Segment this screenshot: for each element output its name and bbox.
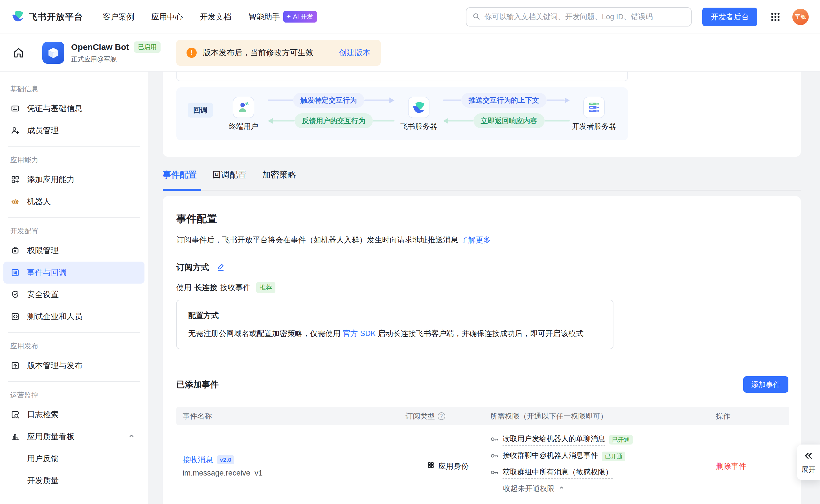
flow-label: 推送交互行为的上下文 <box>461 93 546 108</box>
permission-item: 接收群聊中@机器人消息事件 已开通 <box>490 450 716 462</box>
expand-panel-button[interactable]: 展开 <box>797 445 820 480</box>
events-table: 事件名称 订阅类型 ? 所需权限（开通以下任一权限即可） 操作 接收消息 v2.… <box>176 407 789 504</box>
callback-flow-diagram: 回调 终端用户 触发特定交互行为 <box>176 87 628 140</box>
sidebar-item-quality-dashboard[interactable]: 应用质量看板 <box>0 426 148 448</box>
scrolled-panel-stub <box>176 72 628 81</box>
permissions-cell: 读取用户发给机器人的单聊消息 已开通 接收群聊中@机器人消息事件 已开通 <box>490 425 716 504</box>
arrow-right-icon <box>389 98 394 103</box>
feishu-logo-icon <box>11 10 24 24</box>
tab-callback-config[interactable]: 回调配置 <box>213 169 246 190</box>
permission-granted-badge: 已开通 <box>602 452 625 461</box>
app-grid-icon[interactable] <box>769 11 782 23</box>
sidebar-item-members[interactable]: 成员管理 <box>0 120 148 142</box>
log-search-icon <box>10 410 20 419</box>
global-search[interactable] <box>466 7 692 26</box>
node-label: 开发者服务器 <box>572 121 616 131</box>
recommended-badge: 推荐 <box>256 282 276 293</box>
table-row: 接收消息 v2.0 im.message.receive_v1 <box>176 425 789 504</box>
events-table-header: 事件名称 订阅类型 ? 所需权限（开通以下任一权限即可） 操作 <box>176 407 789 425</box>
node-feishu-server: 飞书服务器 <box>396 97 441 131</box>
nav-item-app-center[interactable]: 应用中心 <box>151 12 183 22</box>
user-avatar[interactable]: 军舰 <box>792 9 809 25</box>
sidebar-item-test-company[interactable]: 测试企业和人员 <box>0 306 148 328</box>
flow-arrows-left: 触发特定交互行为 反馈用户的交互行为 <box>266 93 396 128</box>
event-name-link[interactable]: 接收消息 <box>182 455 213 465</box>
robot-icon <box>10 197 20 206</box>
sidebar-section-basic-info: 基础信息 <box>0 80 148 98</box>
delete-event-link[interactable]: 删除事件 <box>716 461 789 471</box>
col-required-permissions: 所需权限（开通以下任一权限即可） <box>490 411 716 421</box>
sidebar-item-version-release[interactable]: 版本管理与发布 <box>0 355 148 377</box>
bar-chart-icon <box>10 432 20 441</box>
node-label: 飞书服务器 <box>400 121 437 131</box>
nav-item-dev-docs[interactable]: 开发文档 <box>200 12 232 22</box>
chevron-up-icon[interactable] <box>127 432 135 442</box>
sidebar-item-add-capability[interactable]: 添加应用能力 <box>0 169 148 191</box>
node-end-user: 终端用户 <box>221 97 266 131</box>
event-code: im.message.receive_v1 <box>182 469 405 478</box>
callback-badge: 回调 <box>187 103 213 118</box>
arrow-right-icon <box>565 98 570 103</box>
subscription-mode-title: 订阅方式 <box>176 262 209 273</box>
upload-box-icon <box>10 361 20 370</box>
brand-title: 飞书开放平台 <box>29 11 83 23</box>
divider <box>8 146 140 147</box>
key-icon <box>490 452 499 461</box>
warning-text: 版本发布后，当前修改方可生效 <box>203 47 314 58</box>
tab-encryption-policy[interactable]: 加密策略 <box>262 169 296 190</box>
divider <box>33 46 33 60</box>
sidebar-section-dev-config: 开发配置 <box>0 222 148 240</box>
id-card-icon <box>10 104 20 113</box>
nav-item-ai-assistant[interactable]: 智能助手 ✦AI 开发 <box>248 11 317 23</box>
help-icon[interactable]: ? <box>438 412 445 420</box>
collapse-permissions-link[interactable]: 收起未开通权限 <box>503 484 716 494</box>
sidebar-section-monitoring: 运营监控 <box>0 386 148 404</box>
sidebar-item-user-feedback[interactable]: 用户反馈 <box>0 448 148 470</box>
added-events-title: 已添加事件 <box>176 379 219 390</box>
official-sdk-link[interactable]: 官方 SDK <box>343 329 376 338</box>
tab-event-config[interactable]: 事件配置 <box>163 169 197 190</box>
sidebar-item-events-callbacks[interactable]: 事件与回调 <box>3 262 144 284</box>
node-developer-server: 开发者服务器 <box>571 97 617 131</box>
sidebar-item-credentials[interactable]: 凭证与基础信息 <box>0 98 148 120</box>
flow-push: 推送交互行为的上下文 <box>443 93 570 108</box>
app-meta: OpenClaw Bot 已启用 正式应用@军舰 <box>71 41 160 64</box>
sidebar-item-bot[interactable]: 机器人 <box>0 191 148 213</box>
home-icon[interactable] <box>11 45 26 60</box>
search-input[interactable] <box>484 12 686 21</box>
main-content: 回调 终端用户 触发特定交互行为 <box>148 72 820 504</box>
divider <box>8 332 140 333</box>
event-flag-icon <box>10 268 20 277</box>
chevron-up-icon <box>558 484 565 493</box>
sidebar: 基础信息 凭证与基础信息 成员管理 应用能力 添加应用能 <box>0 72 148 504</box>
end-user-icon <box>233 97 254 118</box>
flow-label: 触发特定交互行为 <box>293 93 364 108</box>
actions-cell: 删除事件 <box>716 425 789 504</box>
panel-description: 订阅事件后，飞书开放平台将会在事件（如机器人入群）发生时向请求地址推送消息 了解… <box>176 235 788 245</box>
app-icon <box>42 42 64 64</box>
sidebar-item-dev-quality[interactable]: 开发质量 <box>0 470 148 492</box>
flow-feedback: 反馈用户的交互行为 <box>268 113 394 128</box>
nav-item-customer-cases[interactable]: 客户案例 <box>103 12 134 22</box>
subscription-type-cell: 应用身份 <box>405 425 490 504</box>
create-version-link[interactable]: 创建版本 <box>339 47 371 58</box>
add-event-button[interactable]: 添加事件 <box>743 376 788 393</box>
sidebar-item-log-search[interactable]: 日志检索 <box>0 404 148 426</box>
permission-item: 获取群组中所有消息（敏感权限） <box>490 467 716 479</box>
sidebar-item-permissions[interactable]: 权限管理 <box>0 240 148 262</box>
search-icon <box>472 12 480 22</box>
sidebar-item-security[interactable]: 安全设置 <box>0 284 148 306</box>
edit-pencil-icon[interactable] <box>217 262 226 273</box>
status-badge: 已启用 <box>134 41 160 53</box>
config-mode-text: 无需注册公网域名或配置加密策略，仅需使用 官方 SDK 启动长连接飞书客户端，并… <box>188 328 601 339</box>
top-navbar: 飞书开放平台 客户案例 应用中心 开发文档 智能助手 ✦AI 开发 开发者后台 <box>0 0 820 34</box>
learn-more-link[interactable]: 了解更多 <box>460 236 491 244</box>
permission-case-icon <box>10 246 20 255</box>
developer-console-button[interactable]: 开发者后台 <box>702 8 757 26</box>
arrow-left-icon <box>268 118 273 124</box>
divider <box>8 217 140 218</box>
brand[interactable]: 飞书开放平台 <box>11 10 83 24</box>
key-icon <box>490 435 499 445</box>
permission-item: 读取用户发给机器人的单聊消息 已开通 <box>490 434 716 446</box>
sidebar-section-release: 应用发布 <box>0 337 148 355</box>
